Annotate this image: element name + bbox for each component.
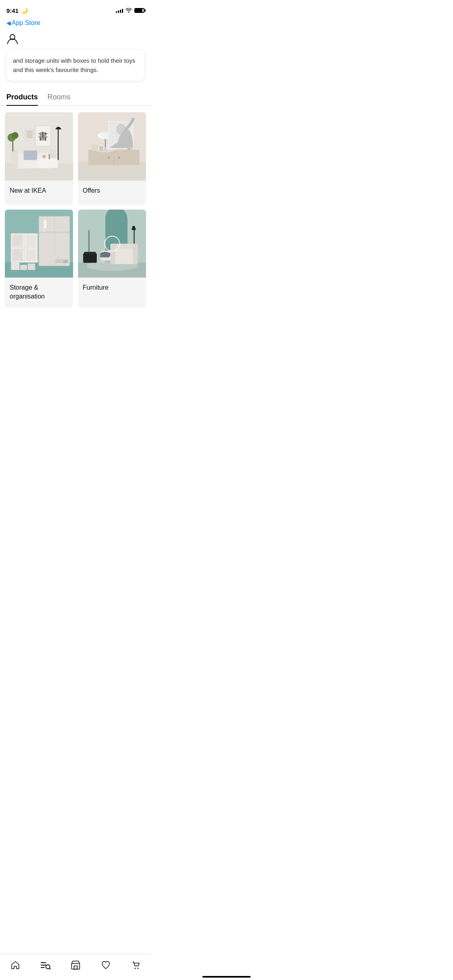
product-label-storage: Storage & organisation (5, 278, 73, 308)
top-article-card: and storage units with boxes to hold the… (6, 50, 144, 81)
category-tabs: Products Rooms (0, 89, 151, 106)
svg-rect-35 (99, 146, 103, 150)
wifi-icon (126, 8, 132, 13)
product-image-storage (5, 210, 73, 278)
battery-icon (134, 8, 144, 13)
product-card-storage[interactable]: Storage & organisation (5, 210, 73, 308)
moon-icon: 🌙 (21, 7, 28, 14)
product-label-furniture: Furniture (78, 278, 146, 302)
svg-rect-47 (63, 259, 68, 263)
svg-rect-5 (12, 149, 18, 169)
svg-rect-57 (28, 263, 35, 270)
product-label-offers: Offers (78, 181, 146, 205)
page-content: and storage units with boxes to hold the… (0, 50, 151, 346)
svg-point-25 (107, 156, 109, 159)
svg-rect-56 (20, 265, 27, 270)
svg-point-16 (12, 132, 19, 139)
svg-rect-10 (55, 168, 56, 172)
svg-rect-51 (12, 235, 23, 247)
product-image-new-at-ikea: 書 (5, 112, 73, 181)
user-icon (6, 33, 19, 45)
product-card-new-at-ikea[interactable]: 書 New at IKEA (5, 112, 73, 205)
status-bar: 9:41 🌙 (0, 0, 151, 18)
svg-text:書: 書 (38, 131, 48, 142)
svg-rect-54 (26, 249, 36, 261)
signal-icon (116, 8, 123, 13)
svg-rect-52 (12, 249, 23, 261)
svg-point-11 (42, 155, 45, 158)
svg-rect-53 (26, 235, 36, 247)
svg-rect-34 (91, 145, 97, 151)
svg-rect-46 (55, 259, 62, 263)
svg-rect-55 (11, 262, 19, 270)
status-icons (116, 8, 144, 13)
svg-rect-43 (42, 219, 43, 232)
svg-rect-42 (39, 232, 70, 233)
svg-rect-72 (84, 252, 96, 254)
product-card-offers[interactable]: Offers (78, 112, 146, 205)
tab-products[interactable]: Products (6, 89, 38, 105)
product-card-furniture[interactable]: Furniture (78, 210, 146, 308)
tab-rooms[interactable]: Rooms (47, 89, 70, 105)
product-grid: 書 New at IKEA (0, 112, 151, 308)
svg-rect-73 (88, 230, 89, 252)
profile-button[interactable] (0, 30, 151, 50)
svg-rect-8 (37, 158, 58, 168)
top-card-text: and storage units with boxes to hold the… (13, 56, 138, 74)
svg-rect-13 (58, 129, 59, 160)
back-label: App Store (12, 19, 40, 27)
svg-rect-70 (133, 244, 138, 264)
product-image-offers (78, 112, 146, 181)
svg-rect-20 (26, 130, 33, 138)
back-navigation[interactable]: ◀ App Store (0, 18, 151, 30)
svg-rect-71 (83, 253, 97, 263)
svg-rect-36 (127, 146, 130, 150)
svg-rect-69 (110, 244, 115, 264)
svg-rect-37 (130, 146, 132, 150)
product-label-new-at-ikea: New at IKEA (5, 181, 73, 205)
svg-rect-9 (39, 168, 40, 172)
svg-rect-12 (48, 154, 50, 159)
svg-rect-7 (24, 150, 37, 160)
svg-point-26 (118, 156, 120, 159)
svg-rect-65 (102, 260, 105, 263)
product-image-furniture (78, 210, 146, 278)
status-time: 9:41 (6, 7, 19, 14)
back-arrow-icon: ◀ (6, 20, 11, 26)
